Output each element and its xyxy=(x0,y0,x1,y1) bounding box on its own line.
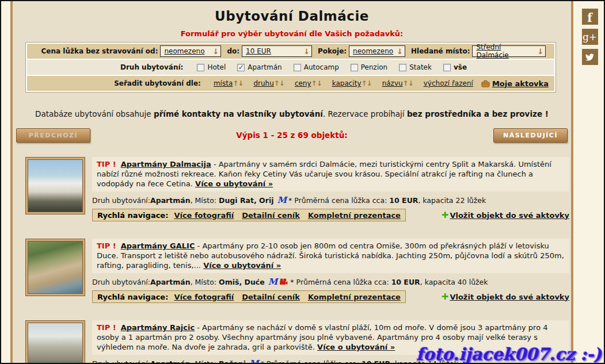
filter-form: Cena lůžka bez stravování od: neomezeno … xyxy=(25,42,556,93)
listing-item: TIP !Apartmány Dalmacija - Apartmány v s… xyxy=(25,157,569,221)
map-icon[interactable]: M xyxy=(268,277,278,287)
tip-badge: TIP ! xyxy=(97,242,116,250)
video-icon[interactable] xyxy=(279,278,288,285)
listing-count: Výpis 1 - 25 z 69 objektů: xyxy=(14,128,569,143)
sort-label: Seřadit ubytování dle: xyxy=(114,79,201,87)
select-arrow-icon: ↓ xyxy=(213,47,219,56)
google-plus-icon[interactable]: g+ xyxy=(582,29,598,45)
select-arrow-icon: ↓ xyxy=(397,47,403,56)
filter-row-sort: Seřadit ubytování dle: místa↑↓ druhu↑↓ c… xyxy=(27,76,554,91)
full-presentation-link[interactable]: Kompletní prezentace xyxy=(308,293,401,301)
listing-item: TIP !Apartmány Rajcic - Apartmány se nac… xyxy=(25,320,569,363)
price-list-link[interactable]: Detailní ceník xyxy=(242,211,300,220)
sort-default[interactable]: výchozí řazení xyxy=(424,79,473,87)
database-info-text: Databáze ubytování obsahuje přímé kontak… xyxy=(13,109,571,118)
listing-name-link[interactable]: Apartmány GALIC xyxy=(121,242,195,250)
sort-by-capacity[interactable]: kapacity↑↓ xyxy=(332,79,372,87)
price-to-label: do: xyxy=(227,47,239,55)
checkbox-icon[interactable]: ✓ xyxy=(399,64,406,71)
sort-by-price[interactable]: ceny↑↓ xyxy=(295,79,322,87)
more-info-link[interactable]: Více o ubytování » xyxy=(195,179,273,188)
tip-badge: TIP ! xyxy=(97,323,116,332)
filter-row-price-place: Cena lůžka bez stravování od: neomezeno … xyxy=(27,44,554,59)
listing-description: TIP !Apartmány GALIC - Apartmány pro 2-1… xyxy=(92,239,569,273)
main-content: Ubytování Dalmácie Formulář pro výběr ub… xyxy=(13,1,571,363)
page-frame: f g+ Ubytování Dalmácie Formulář pro výb… xyxy=(0,0,605,364)
select-arrow-icon: ↓ xyxy=(538,47,544,56)
rooms-label: Pokoje: xyxy=(318,47,347,55)
checkbox-penzion[interactable]: ✓ Penzion xyxy=(351,63,387,71)
checkbox-autocamp[interactable]: ✓ Autocamp xyxy=(294,63,339,71)
map-icon[interactable]: M xyxy=(277,195,287,205)
listing-photo[interactable] xyxy=(25,157,85,214)
listing-item: TIP !Apartmány GALIC - Apartmány pro 2-1… xyxy=(25,239,569,303)
price-list-link[interactable]: Detailní ceník xyxy=(242,293,300,301)
sort-arrows-icon[interactable]: ↑↓ xyxy=(311,79,322,87)
full-presentation-link[interactable]: Kompletní prezentace xyxy=(308,211,401,220)
form-heading: Formulář pro výběr ubytování dle Vašich … xyxy=(13,29,571,38)
listing-photo[interactable] xyxy=(25,320,85,363)
add-to-briefcase-link[interactable]: ✚ Vložit objekt do své aktovky xyxy=(442,210,569,220)
checkbox-vse[interactable]: ✓ vše xyxy=(443,63,467,71)
sort-arrows-icon[interactable]: ↑↓ xyxy=(274,79,284,87)
rooms-select[interactable]: neomezeno ↓ xyxy=(349,45,405,57)
right-accent-bar xyxy=(571,1,573,363)
listing-name-link[interactable]: Apartmány Rajcic xyxy=(121,323,195,332)
listing-results: TIP !Apartmány Dalmacija - Apartmány v s… xyxy=(13,157,571,363)
facebook-icon[interactable]: f xyxy=(582,9,598,25)
sort-arrows-icon[interactable]: ↑↓ xyxy=(403,79,413,87)
listing-description: TIP !Apartmány Dalmacija - Apartmány v s… xyxy=(92,157,569,191)
page-title: Ubytování Dalmácie xyxy=(13,9,571,24)
more-info-link[interactable]: Více o ubytování » xyxy=(317,343,395,351)
listing-description: TIP !Apartmány Rajcic - Apartmány se nac… xyxy=(92,320,569,355)
more-photos-link[interactable]: Více fotografií xyxy=(174,211,234,220)
listing-meta: Druh ubytování: Apartmán, Místo: Omiš, D… xyxy=(92,277,569,287)
next-page-button[interactable]: NÁSLEDUJÍCÍ xyxy=(493,128,568,143)
type-label: Druh ubytování: xyxy=(120,63,183,71)
place-label: Hledané místo: xyxy=(411,47,470,55)
plus-icon: ✚ xyxy=(442,210,449,220)
twitter-bird-icon xyxy=(585,53,595,62)
my-briefcase-link[interactable]: Moje aktovka xyxy=(481,79,549,88)
checkbox-hotel[interactable]: ✓ Hotel xyxy=(197,63,226,71)
checkbox-icon[interactable]: ✓ xyxy=(237,64,245,71)
select-arrow-icon: ↓ xyxy=(303,47,310,56)
social-sidebar: f g+ xyxy=(576,9,604,65)
quick-navigation: Rychlá navigace: Více fotografií Detailn… xyxy=(92,209,406,221)
place-select[interactable]: Střední Dalmácie ↓ xyxy=(472,45,546,57)
filter-row-types: Druh ubytování: ✓ Hotel ✓ Apartmán ✓ Aut… xyxy=(27,60,554,75)
checkbox-icon[interactable]: ✓ xyxy=(197,64,204,71)
add-to-briefcase-link[interactable]: ✚ Vložit objekt do své aktovky xyxy=(442,292,569,302)
checkbox-icon[interactable]: ✓ xyxy=(443,64,451,71)
sort-arrows-icon[interactable]: ↑↓ xyxy=(233,79,243,87)
more-info-link[interactable]: Více o ubytování » xyxy=(203,261,281,270)
more-photos-link[interactable]: Více fotografií xyxy=(174,293,234,301)
sort-by-name[interactable]: názvu↑↓ xyxy=(382,79,413,87)
price-to-select[interactable]: 10 EUR ↓ xyxy=(242,45,312,57)
listing-meta: Druh ubytování: Apartmán, Místo: Dugi Ra… xyxy=(92,195,569,205)
checkbox-icon[interactable]: ✓ xyxy=(351,64,358,71)
price-from-select[interactable]: neomezeno ↓ xyxy=(160,45,221,57)
briefcase-icon xyxy=(481,80,490,87)
listing-photo[interactable] xyxy=(25,239,85,296)
pager: PŘEDCHOZÍ Výpis 1 - 25 z 69 objektů: NÁS… xyxy=(14,128,569,143)
sort-by-place[interactable]: místa↑↓ xyxy=(214,79,243,87)
quick-navigation: Rychlá navigace: Více fotografií Detailn… xyxy=(92,290,406,303)
price-from-label: Cena lůžka bez stravování od: xyxy=(41,47,158,55)
listing-meta: Druh ubytování: Apartmán, Místo: Ražanj … xyxy=(92,358,569,363)
sort-by-type[interactable]: druhu↑↓ xyxy=(253,79,284,87)
checkbox-apartman[interactable]: ✓ Apartmán xyxy=(237,63,281,71)
checkbox-icon[interactable]: ✓ xyxy=(294,64,301,71)
sort-arrows-icon[interactable]: ↑↓ xyxy=(362,79,372,87)
map-icon[interactable]: M xyxy=(249,358,259,363)
checkbox-statek[interactable]: ✓ Statek xyxy=(399,63,432,71)
twitter-icon[interactable] xyxy=(582,49,598,65)
plus-icon: ✚ xyxy=(442,292,449,302)
listing-name-link[interactable]: Apartmány Dalmacija xyxy=(121,160,211,168)
previous-page-button[interactable]: PŘEDCHOZÍ xyxy=(16,128,90,143)
tip-badge: TIP ! xyxy=(97,160,116,168)
